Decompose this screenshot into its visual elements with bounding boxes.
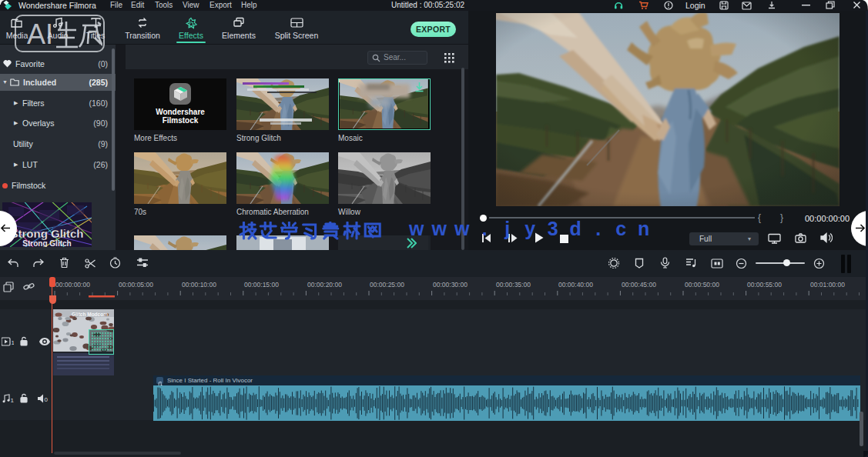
svg-text:00:01:00:00: 00:01:00:00 [810, 281, 845, 289]
svg-text:Glitch Modcom: Glitch Modcom [72, 312, 108, 317]
svg-text:00:00:55:00: 00:00:55:00 [747, 281, 782, 289]
svg-text:1: 1 [11, 397, 15, 403]
svg-text:00:00:35:00: 00:00:35:00 [496, 281, 531, 289]
svg-text:00:00:50:00: 00:00:50:00 [685, 281, 719, 289]
svg-text:0: 0 [45, 396, 49, 403]
svg-text:00:00:15:00: 00:00:15:00 [244, 281, 279, 289]
svg-text:00:00:40:00: 00:00:40:00 [558, 281, 593, 289]
svg-text:1: 1 [12, 339, 15, 346]
svg-text:00:00:10:00: 00:00:10:00 [182, 281, 216, 289]
svg-text:00:00:25:00: 00:00:25:00 [370, 281, 404, 289]
svg-text:00:00:20:00: 00:00:20:00 [307, 281, 342, 289]
svg-text:Strong Glitch: Strong Glitch [22, 239, 71, 247]
svg-text:00:00:45:00: 00:00:45:00 [622, 281, 656, 289]
svg-text:00:00:00:00: 00:00:00:00 [55, 281, 90, 289]
svg-text:00:00:30:00: 00:00:30:00 [433, 281, 468, 289]
svg-text:00:00:05:00: 00:00:05:00 [119, 281, 153, 289]
